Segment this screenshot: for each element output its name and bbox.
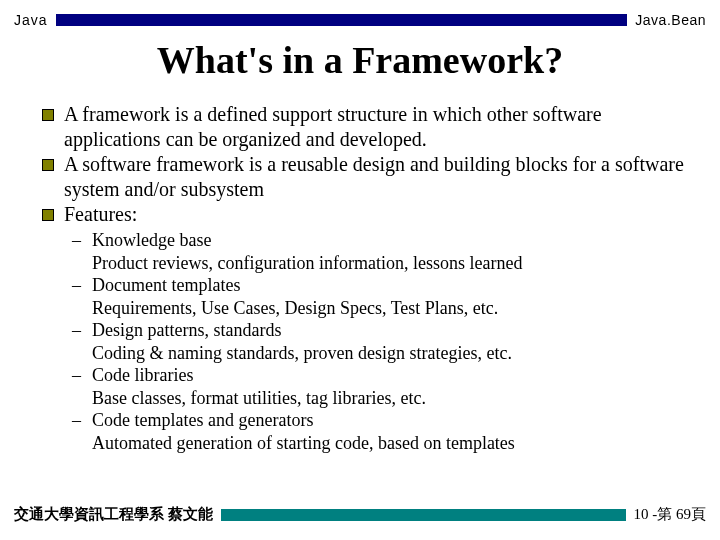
feature-item: Code libraries Base classes, format util… <box>68 364 690 409</box>
header-left-label: Java <box>14 12 48 28</box>
footer-bar <box>221 509 626 521</box>
feature-item: Design patterns, standards Coding & nami… <box>68 319 690 364</box>
feature-desc: Product reviews, configuration informati… <box>92 252 690 275</box>
slide-header: Java Java.Bean <box>14 12 706 28</box>
feature-desc: Coding & naming standards, proven design… <box>92 342 690 365</box>
feature-name: Code templates and generators <box>92 410 313 430</box>
main-bullet-list: A framework is a defined support structu… <box>40 102 690 454</box>
feature-desc: Base classes, format utilities, tag libr… <box>92 387 690 410</box>
bullet-text: Features: <box>64 203 137 225</box>
footer-right-label: 10 -第 69頁 <box>634 505 707 524</box>
slide-footer: 交通大學資訊工程學系 蔡文能 10 -第 69頁 <box>14 505 706 524</box>
bullet-text: A software framework is a reusable desig… <box>64 153 684 200</box>
slide-title: What's in a Framework? <box>0 38 720 82</box>
feature-desc: Requirements, Use Cases, Design Specs, T… <box>92 297 690 320</box>
feature-list: Knowledge base Product reviews, configur… <box>64 229 690 454</box>
header-bar <box>56 14 628 26</box>
feature-name: Document templates <box>92 275 240 295</box>
bullet-text: A framework is a defined support structu… <box>64 103 602 150</box>
feature-item: Document templates Requirements, Use Cas… <box>68 274 690 319</box>
bullet-item: A software framework is a reusable desig… <box>40 152 690 202</box>
feature-item: Code templates and generators Automated … <box>68 409 690 454</box>
slide-content: A framework is a defined support structu… <box>40 102 690 454</box>
bullet-item: Features: Knowledge base Product reviews… <box>40 202 690 454</box>
bullet-item: A framework is a defined support structu… <box>40 102 690 152</box>
footer-left-label: 交通大學資訊工程學系 蔡文能 <box>14 505 213 524</box>
feature-item: Knowledge base Product reviews, configur… <box>68 229 690 274</box>
feature-name: Design patterns, standards <box>92 320 281 340</box>
feature-name: Knowledge base <box>92 230 211 250</box>
header-right-label: Java.Bean <box>635 12 706 28</box>
feature-name: Code libraries <box>92 365 193 385</box>
feature-desc: Automated generation of starting code, b… <box>92 432 690 455</box>
